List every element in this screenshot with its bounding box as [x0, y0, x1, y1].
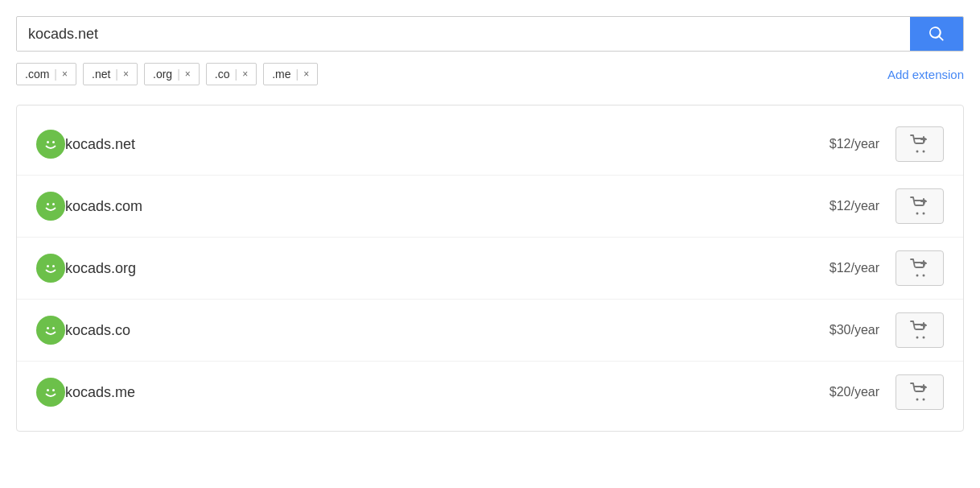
- svg-point-0: [47, 141, 49, 143]
- extension-tag-net: .net | ×: [83, 63, 138, 85]
- extension-divider-co: |: [234, 68, 237, 81]
- availability-icon: [36, 130, 65, 159]
- domain-price: $12/year: [807, 137, 879, 151]
- extension-remove-me[interactable]: ×: [303, 69, 309, 79]
- svg-point-11: [923, 213, 925, 215]
- extension-tag-com: .com | ×: [16, 63, 76, 85]
- svg-point-12: [47, 265, 49, 267]
- domain-name: kocads.net: [65, 136, 807, 153]
- svg-point-7: [52, 203, 55, 205]
- extension-divider-com: |: [54, 68, 57, 81]
- extension-remove-co[interactable]: ×: [242, 69, 248, 79]
- table-row: kocads.com $12/year: [17, 176, 963, 238]
- svg-point-28: [916, 399, 919, 401]
- svg-point-19: [52, 327, 55, 329]
- add-to-cart-button[interactable]: [896, 374, 944, 410]
- add-to-cart-button[interactable]: [896, 126, 944, 162]
- svg-point-10: [916, 213, 919, 215]
- extensions-row: .com | × .net | × .org | × .co | × .me |…: [16, 63, 964, 85]
- availability-icon: [36, 254, 65, 283]
- extension-remove-com[interactable]: ×: [62, 69, 68, 79]
- availability-icon: [36, 192, 65, 221]
- extension-tag-org: .org | ×: [144, 63, 200, 85]
- svg-point-22: [916, 337, 919, 339]
- add-to-cart-button[interactable]: [896, 188, 944, 224]
- domain-rows: kocads.net $12/year kocads.com: [17, 114, 963, 423]
- cart-icon: [910, 134, 929, 154]
- cart-icon: [910, 196, 929, 216]
- domain-price: $30/year: [807, 323, 879, 337]
- add-extension-link[interactable]: Add extension: [887, 68, 964, 81]
- results-container: kocads.net $12/year kocads.com: [16, 105, 964, 432]
- svg-point-1: [52, 141, 55, 143]
- cart-icon: [910, 383, 929, 402]
- domain-name: kocads.co: [65, 322, 807, 339]
- search-button[interactable]: [910, 17, 963, 51]
- domain-price: $12/year: [807, 199, 879, 213]
- search-input[interactable]: [17, 18, 910, 51]
- availability-icon: [36, 316, 65, 345]
- table-row: kocads.co $30/year: [17, 300, 963, 362]
- extension-label-com: .com: [25, 68, 49, 81]
- svg-point-5: [923, 151, 925, 153]
- svg-point-24: [47, 389, 49, 391]
- extension-label-co: .co: [215, 68, 230, 81]
- svg-point-25: [52, 389, 55, 391]
- svg-point-13: [52, 265, 55, 267]
- svg-point-4: [916, 151, 919, 153]
- svg-point-17: [923, 275, 925, 277]
- search-icon: [928, 25, 945, 43]
- search-bar: [16, 16, 964, 52]
- svg-point-6: [47, 203, 49, 205]
- extension-divider-me: |: [295, 68, 299, 81]
- add-to-cart-button[interactable]: [896, 250, 944, 286]
- extension-divider-net: |: [115, 68, 118, 81]
- extension-remove-net[interactable]: ×: [123, 69, 129, 79]
- availability-icon: [36, 378, 65, 407]
- svg-point-16: [916, 275, 919, 277]
- domain-name: kocads.com: [65, 198, 807, 215]
- extension-divider-org: |: [177, 68, 180, 81]
- domain-name: kocads.me: [65, 384, 807, 401]
- cart-icon: [910, 258, 929, 278]
- table-row: kocads.org $12/year: [17, 238, 963, 300]
- table-row: kocads.me $20/year: [17, 362, 963, 423]
- cart-icon: [910, 321, 929, 340]
- domain-name: kocads.org: [65, 260, 807, 277]
- svg-point-29: [923, 399, 925, 401]
- domain-price: $20/year: [807, 385, 879, 399]
- extension-remove-org[interactable]: ×: [185, 69, 191, 79]
- extension-tag-me: .me | ×: [263, 63, 318, 85]
- extension-tag-co: .co | ×: [206, 63, 257, 85]
- add-to-cart-button[interactable]: [896, 312, 944, 348]
- extension-label-org: .org: [153, 68, 172, 81]
- extension-label-me: .me: [272, 68, 290, 81]
- svg-point-18: [47, 327, 49, 329]
- domain-price: $12/year: [807, 261, 879, 275]
- extension-label-net: .net: [92, 68, 110, 81]
- extension-tags-container: .com | × .net | × .org | × .co | × .me |…: [16, 63, 324, 85]
- table-row: kocads.net $12/year: [17, 114, 963, 176]
- svg-point-23: [923, 337, 925, 339]
